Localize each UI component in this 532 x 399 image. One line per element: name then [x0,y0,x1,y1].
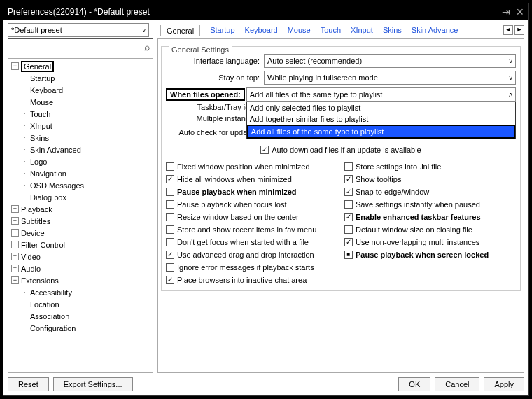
tab-skins[interactable]: Skins [383,26,402,34]
tree-item[interactable]: ⋯Mouse [11,96,151,108]
preset-value: *Default preset [11,26,62,34]
tree-item[interactable]: ⋯Keyboard [11,84,151,96]
tree-item[interactable]: ⋯Association [11,310,151,322]
checkbox[interactable] [166,263,174,272]
checkbox[interactable] [166,188,174,196]
tree-branch-icon: ⋯ [24,301,29,308]
expand-icon[interactable]: + [11,241,19,248]
checkbox[interactable] [166,175,174,183]
checkbox[interactable] [166,213,174,221]
checkbox[interactable] [166,200,174,209]
checkbox[interactable] [166,276,174,284]
tree-item[interactable]: ⋯Touch [11,108,151,120]
tree-label: Startup [30,74,55,83]
tree-item[interactable]: ⋯Configuration [11,322,151,334]
tree-item[interactable]: ⋯Dialog box [11,191,151,203]
cancel-button[interactable]: Cancel [435,377,479,391]
tree-item[interactable]: +Audio [11,262,151,274]
tree-item[interactable]: +Device [11,227,151,239]
when-files-opened-combo[interactable]: Add all files of the same type to playli… [246,88,516,102]
checkbox-label: Pause playback when minimized [177,188,297,196]
apply-button[interactable]: Apply [484,377,524,391]
checkbox[interactable] [166,162,174,171]
dropdown-option[interactable]: Add together similar files to playlist [247,113,515,125]
checkbox-row: Don't get focus when started with a file [166,236,337,248]
expand-icon[interactable]: + [11,205,19,213]
tree-branch-icon: ⋯ [24,111,29,118]
tree-label: Dialog box [30,193,66,202]
tree-label: Playback [21,205,52,214]
export-settings-button[interactable]: Export Settings... [53,377,133,391]
tab-xinput[interactable]: XInput [351,26,373,34]
tab-startup[interactable]: Startup [210,26,234,34]
tree-item[interactable]: ⋯Navigation [11,167,151,179]
when-files-opened-label: When files opened: [166,88,245,101]
expand-icon[interactable]: + [11,217,19,225]
stay-on-top-label: Stay on top: [166,74,264,82]
tab-skin-advanced[interactable]: Skin Advance [412,26,458,34]
checkbox[interactable] [344,238,353,246]
checkbox-label: Show tooltips [356,175,401,183]
tree-item[interactable]: +Video [11,251,151,262]
interface-language-label: Interface language: [166,57,264,65]
tree-label: Audio [21,265,41,273]
tab-keyboard[interactable]: Keyboard [245,26,278,34]
dropdown-option-selected[interactable]: Add all files of the same type to playli… [247,125,515,139]
checkbox-label: Use non-overlapping multi instances [356,238,479,246]
expand-icon[interactable]: + [11,229,19,237]
category-tree[interactable]: − General ⋯Startup⋯Keyboard⋯Mouse⋯Touch⋯… [8,58,153,373]
tree-item[interactable]: ⋯Skin Advanced [11,144,151,155]
tree-item[interactable]: ⋯Skins [11,132,151,144]
tree-item[interactable]: ⋯Accessibility [11,286,151,298]
reset-button[interactable]: Reset [8,377,49,391]
tab-general[interactable]: General [160,24,200,36]
close-icon[interactable]: ✕ [516,6,524,18]
checkbox[interactable] [344,213,353,221]
tree-label: XInput [30,122,52,130]
tab-touch[interactable]: Touch [321,26,341,34]
collapse-icon[interactable]: − [11,62,19,70]
tab-mouse[interactable]: Mouse [288,26,311,34]
tree-item[interactable]: ⋯Location [11,298,151,310]
checkbox[interactable] [344,251,353,259]
tree-label: Logo [30,158,47,166]
tab-prev-button[interactable]: ◄ [503,25,513,35]
search-icon: ⌕ [144,41,150,52]
tree-item[interactable]: +Subtitles [11,215,151,227]
checkbox[interactable] [344,162,353,171]
tree-item[interactable]: ⋯OSD Messages [11,179,151,191]
checkbox-row: Use non-overlapping multi instances [344,236,516,248]
checkbox-label: Resize window based on the center [177,213,299,221]
expand-icon[interactable]: − [11,276,19,284]
expand-icon[interactable]: + [11,253,19,260]
checkbox-row: Store and show recent items in fav menu [166,223,337,236]
auto-download-checkbox[interactable] [260,146,269,154]
pin-icon[interactable]: ⇥ [502,6,510,18]
chevron-down-icon: v [510,57,513,64]
checkbox[interactable] [344,175,353,183]
interface-language-combo[interactable]: Auto select (recommended) v [264,54,516,68]
tree-item[interactable]: ⋯Logo [11,155,151,167]
tree-item[interactable]: ⋯Startup [11,72,151,84]
checkbox[interactable] [344,188,353,196]
checkbox[interactable] [166,225,174,234]
tree-item[interactable]: −Extensions [11,274,151,286]
expand-icon[interactable]: + [11,265,19,272]
tree-item[interactable]: +Filter Control [11,239,151,251]
preset-combo[interactable]: *Default preset v [8,23,149,37]
tab-next-button[interactable]: ► [514,25,524,35]
tree-item[interactable]: +Playback [11,203,151,215]
ok-button[interactable]: OK [398,377,430,391]
stay-on-top-combo[interactable]: While playing in fullscreen mode v [264,71,516,85]
checkbox-label: Default window size on closing file [356,225,472,234]
checkbox[interactable] [166,251,174,259]
tree-branch-icon: ⋯ [24,134,29,141]
dropdown-option[interactable]: Add only selected files to playlist [247,102,515,113]
checkbox[interactable] [344,225,353,234]
checkbox[interactable] [166,238,174,246]
checkbox[interactable] [344,200,353,209]
search-input[interactable]: ⌕ [8,38,153,55]
checkbox-label: Don't get focus when started with a file [177,238,309,246]
tree-item[interactable]: ⋯XInput [11,120,151,132]
tree-general[interactable]: − General [11,60,151,72]
